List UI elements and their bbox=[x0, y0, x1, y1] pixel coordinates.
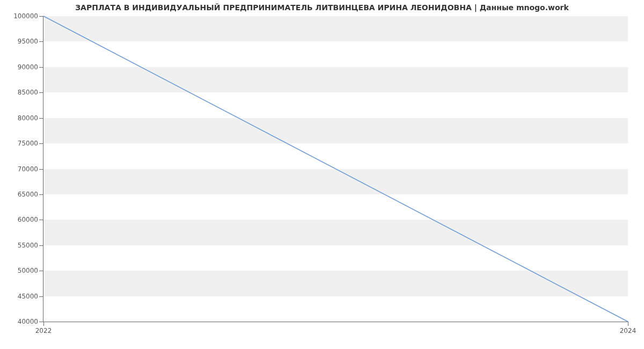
chart-title: ЗАРПЛАТА В ИНДИВИДУАЛЬНЫЙ ПРЕДПРИНИМАТЕЛ… bbox=[0, 3, 644, 12]
y-tick bbox=[39, 41, 43, 42]
x-tick bbox=[628, 322, 628, 326]
chart-container: ЗАРПЛАТА В ИНДИВИДУАЛЬНЫЙ ПРЕДПРИНИМАТЕЛ… bbox=[0, 0, 644, 349]
y-tick-label: 50000 bbox=[18, 267, 38, 274]
y-tick-label: 90000 bbox=[18, 63, 38, 71]
y-tick bbox=[39, 220, 43, 220]
x-tick-label: 2024 bbox=[620, 327, 636, 335]
y-tick-label: 65000 bbox=[18, 191, 38, 198]
x-tick bbox=[43, 322, 44, 326]
y-tick bbox=[39, 296, 43, 297]
y-tick-label: 55000 bbox=[18, 242, 38, 249]
y-tick-label: 100000 bbox=[13, 12, 38, 20]
y-tick bbox=[39, 16, 43, 17]
y-tick bbox=[39, 143, 43, 144]
y-tick bbox=[39, 169, 43, 170]
y-tick bbox=[39, 118, 43, 119]
y-tick bbox=[39, 271, 43, 271]
y-tick bbox=[39, 194, 43, 195]
y-tick-label: 60000 bbox=[18, 216, 38, 223]
y-tick-label: 40000 bbox=[18, 318, 38, 325]
y-tick-label: 75000 bbox=[18, 140, 38, 147]
y-tick-label: 80000 bbox=[18, 114, 38, 122]
y-tick-label: 45000 bbox=[18, 293, 38, 300]
y-tick bbox=[39, 245, 43, 246]
x-tick-label: 2022 bbox=[35, 327, 52, 335]
y-tick-label: 85000 bbox=[18, 89, 38, 96]
y-tick bbox=[39, 67, 43, 68]
series-line bbox=[43, 16, 628, 322]
y-tick bbox=[39, 322, 43, 322]
line-series bbox=[43, 16, 628, 322]
y-tick bbox=[39, 92, 43, 93]
plot-area: 4000045000500005500060000650007000075000… bbox=[43, 16, 628, 322]
y-tick-label: 95000 bbox=[18, 38, 38, 45]
y-tick-label: 70000 bbox=[18, 165, 38, 173]
